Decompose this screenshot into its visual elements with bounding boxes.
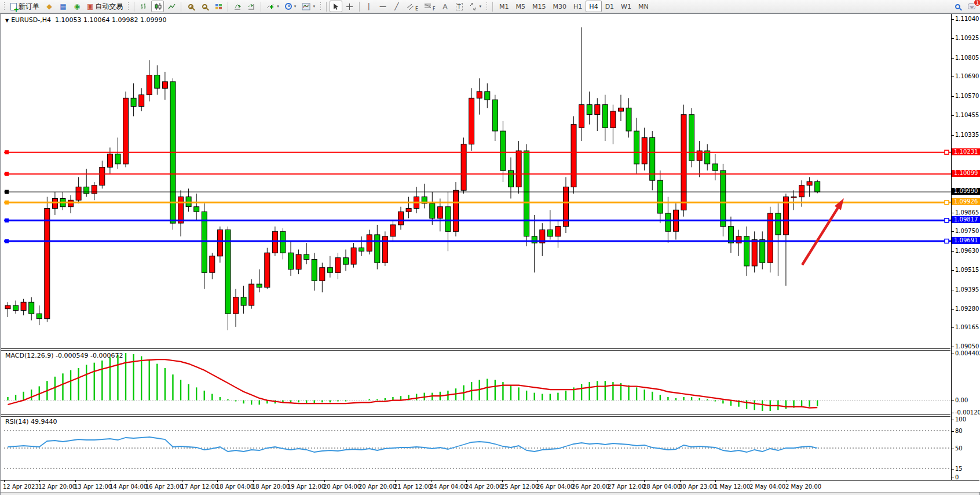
time-tick-label: 19 Apr 12:00 [287,483,325,490]
signals-button[interactable]: ◉ [71,1,83,12]
main-price-pane[interactable] [4,14,951,348]
price-tick-label: 1.09280 [952,305,979,312]
candlestick-chart-button[interactable] [151,1,164,12]
zoom-out-icon: − [202,4,207,9]
periods-button[interactable]: ▾ [283,1,299,12]
metaeditor-button[interactable]: ◆ [43,1,56,12]
price-tick-label: 1.10925 [952,35,979,41]
macd-pane[interactable] [4,351,951,414]
timeframe-m15[interactable]: M15 [529,1,550,12]
search-button[interactable] [951,1,964,12]
trendline-tool-button[interactable]: ╱ [390,1,403,12]
indicators-button[interactable]: ▾ [264,1,281,12]
dropdown-caret-icon: ▾ [294,4,297,9]
separator [261,2,261,12]
autotrading-button[interactable]: ▣ 自动交易 [85,1,125,12]
autotrading-label: 自动交易 [95,2,123,12]
arrows-tool-button[interactable]: ▾ [467,1,484,12]
candle-body [642,137,647,163]
candle-body [162,82,167,88]
candle-body [320,268,325,281]
time-tick-label: 30 Apr 23:00 [679,483,716,490]
time-tick-mark [751,481,751,482]
price-tick-label: 1.09515 [952,267,979,273]
price-tick-label: 50 [952,445,963,452]
time-axis[interactable]: 12 Apr 202312 Apr 20:0013 Apr 12:0014 Ap… [1,480,979,492]
macd-indicator-label: MACD(12,26,9) -0.000549 -0.000672 [5,352,123,359]
candle-body [430,203,435,219]
time-tick-label: 12 Apr 20:00 [38,483,76,490]
dropdown-caret-icon: ▾ [277,4,279,9]
notifications-button[interactable]: 1 [965,1,978,12]
cursor-icon [332,3,339,10]
timeframe-m1[interactable]: M1 [496,1,513,12]
candle-body [5,305,10,309]
time-tick-mark [147,481,147,482]
timeframe-d1[interactable]: D1 [602,1,617,12]
tile-windows-button[interactable] [212,1,225,12]
price-tick-label: 1.09630 [952,248,979,254]
search-icon [955,4,960,9]
time-tick-mark [644,481,645,482]
candle-body [799,185,805,197]
candle-body [296,254,301,270]
timeframe-m30[interactable]: M30 [550,1,571,12]
price-tick-label: 80 [952,428,963,434]
candle-body [100,168,105,185]
timeframe-h1[interactable]: H1 [570,1,586,12]
auto-scroll-button[interactable] [231,1,244,12]
templates-icon [302,3,310,10]
fibonacci-tool-button[interactable]: F [422,1,438,12]
price-tag: 1.10231 [952,148,980,155]
timeframe-w1[interactable]: W1 [617,1,635,12]
timeframe-group: M1M5M15M30H1H4D1W1MN [496,1,652,12]
candle-body [626,108,631,131]
horizontal-line-tool-button[interactable]: — [376,1,389,12]
rsi-pane[interactable] [4,417,951,480]
price-tick-label: 1.09750 [952,228,979,234]
toolbar-grip[interactable] [320,2,322,11]
mobile-app-button[interactable]: ▦ [57,1,70,12]
candle-body [272,231,277,253]
toolbar-grip[interactable] [127,2,130,11]
templates-button[interactable]: ▾ [299,1,317,12]
crosshair-icon [346,3,353,10]
text-label-tool-button[interactable]: T [453,1,466,12]
candle-body [327,268,332,273]
candle-body [147,75,152,95]
crosshair-tool-button[interactable] [343,1,356,12]
line-handle [5,239,9,243]
toolbar-grip[interactable] [486,2,488,11]
candle-body [571,125,576,187]
line-chart-button[interactable] [165,1,178,12]
timeframe-mn[interactable]: MN [635,1,652,12]
rsi-indicator-label: RSI(14) 49.9440 [5,418,57,425]
signals-icon: ◉ [74,2,80,10]
line-handle [5,190,9,194]
timeframe-h4[interactable]: H4 [586,1,601,12]
zoom-in-button[interactable]: + [184,1,197,12]
cursor-tool-button[interactable] [330,1,342,12]
new-order-icon [10,3,17,10]
price-tick-label: -0.001208 [952,409,980,416]
toolbar-grip[interactable] [3,2,6,11]
bar-chart-button[interactable] [137,1,150,12]
time-tick-mark [75,481,76,482]
chart-shift-button[interactable] [245,1,258,12]
time-tick-label: 20 Apr 20:00 [359,483,396,490]
text-tool-button[interactable]: A [439,1,452,12]
channel-tool-button[interactable]: E [404,1,420,12]
price-axis[interactable]: 1.110401.109251.108051.106901.105701.104… [952,14,980,492]
trend-arrow-annotation[interactable] [802,198,844,265]
time-tick-label: 24 Apr 04:00 [430,483,467,490]
trendline-icon: ╱ [394,2,398,10]
chart-window: 1.110401.109251.108051.106901.105701.104… [0,13,980,495]
zoom-out-button[interactable]: − [198,1,211,12]
candle-body [194,207,199,212]
vertical-line-tool-button[interactable]: | [363,1,375,12]
new-order-button[interactable]: 新订单 [8,1,42,12]
timeframe-m5[interactable]: M5 [513,1,529,12]
time-tick-label: 21 Apr 12:00 [394,483,432,490]
candle-body [123,98,129,164]
candle-body [657,180,663,213]
